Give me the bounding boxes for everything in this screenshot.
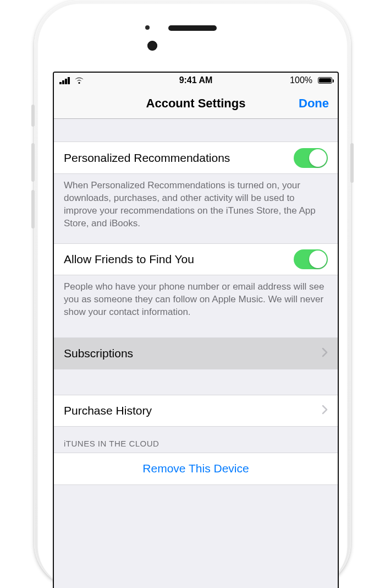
proximity-sensor: [145, 25, 150, 30]
allow-friends-toggle[interactable]: [294, 249, 328, 269]
cellular-signal-icon: [59, 77, 70, 84]
chevron-right-icon: [322, 346, 328, 361]
remove-device-row[interactable]: Remove This Device: [54, 453, 338, 485]
volume-down-button: [31, 190, 35, 228]
subscriptions-label: Subscriptions: [64, 347, 322, 360]
front-camera: [147, 41, 157, 51]
allow-friends-footer: People who have your phone number or ema…: [54, 275, 338, 337]
battery-percentage: 100%: [290, 75, 312, 85]
earpiece-speaker: [168, 25, 217, 31]
remove-device-label: Remove This Device: [64, 462, 328, 475]
status-time: 9:41 AM: [179, 75, 213, 85]
allow-friends-row: Allow Friends to Find You: [54, 243, 338, 275]
navigation-bar: Account Settings Done: [54, 88, 338, 119]
allow-friends-label: Allow Friends to Find You: [64, 253, 294, 266]
section-spacer: [54, 369, 338, 395]
subscriptions-row[interactable]: Subscriptions: [54, 337, 338, 369]
section-spacer: [54, 119, 338, 142]
mute-switch: [31, 105, 35, 127]
personalized-recommendations-toggle[interactable]: [294, 148, 328, 168]
screen: 9:41 AM 100% Account Settings Done: [53, 72, 339, 588]
volume-up-button: [31, 143, 35, 182]
battery-icon: [316, 77, 332, 84]
personalized-recommendations-label: Personalized Recommendations: [64, 151, 294, 165]
personalized-recommendations-row: Personalized Recommendations: [54, 142, 338, 174]
itunes-cloud-header: iTUNES IN THE CLOUD: [54, 427, 338, 453]
device-frame: 9:41 AM 100% Account Settings Done: [34, 0, 351, 588]
personalized-recommendations-footer: When Personalized Recommendations is tur…: [54, 174, 338, 243]
settings-list[interactable]: Personalized Recommendations When Person…: [54, 119, 338, 588]
purchase-history-row[interactable]: Purchase History: [54, 395, 338, 427]
wifi-icon: [74, 77, 85, 84]
page-title: Account Settings: [54, 96, 338, 111]
power-button: [350, 143, 354, 183]
done-button[interactable]: Done: [299, 96, 329, 111]
status-bar: 9:41 AM 100%: [54, 73, 338, 88]
chevron-right-icon: [322, 404, 328, 418]
purchase-history-label: Purchase History: [64, 404, 322, 417]
